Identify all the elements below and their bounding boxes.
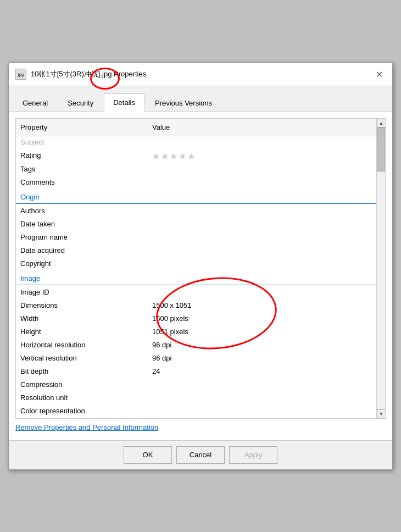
table-row-height: Height 1051 pixels bbox=[16, 326, 376, 339]
table-row-tags: Tags bbox=[16, 163, 376, 176]
rating-stars[interactable]: ★★★★★ bbox=[152, 152, 196, 161]
table-row: Subject bbox=[16, 136, 376, 149]
scrollbar-up-button[interactable]: ▲ bbox=[377, 119, 386, 128]
table-row-width: Width 1500 pixels bbox=[16, 313, 376, 326]
close-button[interactable]: ✕ bbox=[372, 68, 386, 81]
bottom-buttons: OK Cancel Apply bbox=[9, 440, 392, 469]
table-row-date-acquired: Date acquired bbox=[16, 245, 376, 258]
table-row-program-name: Program name bbox=[16, 231, 376, 245]
table-header: Property Value bbox=[16, 119, 385, 136]
tab-security[interactable]: Security bbox=[58, 94, 103, 112]
content-area: Property Value Subject Rating ★★★★★ bbox=[9, 112, 392, 440]
remove-properties-link[interactable]: Remove Properties and Personal Informati… bbox=[15, 419, 158, 434]
scrollbar-thumb[interactable] bbox=[377, 128, 385, 171]
cancel-button[interactable]: Cancel bbox=[176, 446, 225, 464]
table-row-rating: Rating ★★★★★ bbox=[16, 149, 376, 163]
table-row-dimensions: Dimensions 1500 x 1051 bbox=[16, 300, 376, 313]
title-bar: jpg 10张1寸[5寸(3R)冲洗].jpg Properties ✕ bbox=[9, 63, 392, 86]
scrollbar-track[interactable] bbox=[377, 128, 385, 409]
properties-table: Property Value Subject Rating ★★★★★ bbox=[15, 118, 386, 419]
dialog-title: 10张1寸[5寸(3R)冲洗].jpg Properties bbox=[31, 69, 146, 79]
tab-previous-versions[interactable]: Previous Versions bbox=[146, 94, 221, 112]
scrollbar-down-button[interactable]: ▼ bbox=[377, 409, 386, 418]
table-row-comments: Comments bbox=[16, 176, 376, 190]
file-icon: jpg bbox=[15, 69, 26, 80]
section-origin: Origin bbox=[16, 191, 376, 204]
table-row-resolution-unit: Resolution unit bbox=[16, 392, 376, 405]
table-row-bit-depth: Bit depth 24 bbox=[16, 365, 376, 379]
table-body[interactable]: Subject Rating ★★★★★ Tags Comment bbox=[16, 136, 385, 418]
table-row-date-taken: Date taken bbox=[16, 218, 376, 231]
tab-details[interactable]: Details bbox=[104, 93, 144, 112]
tab-general[interactable]: General bbox=[13, 94, 57, 112]
tabs-bar: General Security Details Previous Versio… bbox=[9, 86, 392, 112]
table-row-image-id: Image ID bbox=[16, 286, 376, 300]
col-header-property: Property bbox=[16, 121, 148, 134]
ok-button[interactable]: OK bbox=[124, 446, 172, 464]
remove-link-container: Remove Properties and Personal Informati… bbox=[15, 419, 386, 434]
apply-button[interactable]: Apply bbox=[229, 446, 277, 464]
scrollbar[interactable]: ▲ ▼ bbox=[376, 119, 385, 418]
table-row-v-resolution: Vertical resolution 96 dpi bbox=[16, 352, 376, 365]
table-row-copyright: Copyright bbox=[16, 258, 376, 271]
section-image: Image bbox=[16, 272, 376, 285]
table-row-color-representation: Color representation bbox=[16, 405, 376, 418]
table-row-h-resolution: Horizontal resolution 96 dpi bbox=[16, 339, 376, 352]
col-header-value: Value bbox=[148, 121, 385, 134]
table-row-compression: Compression bbox=[16, 379, 376, 392]
table-row-authors: Authors bbox=[16, 205, 376, 218]
